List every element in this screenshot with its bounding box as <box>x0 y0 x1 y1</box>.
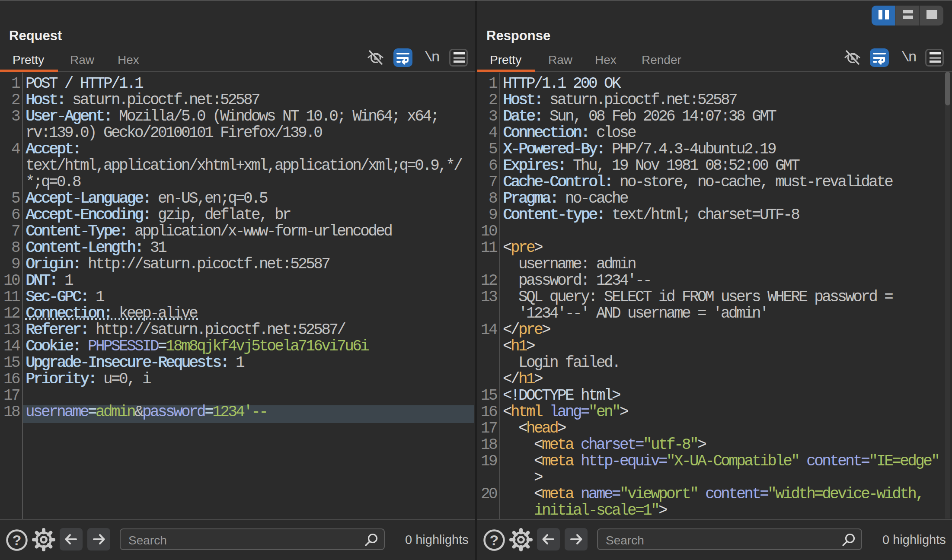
svg-text:?: ? <box>490 532 499 548</box>
svg-text:?: ? <box>13 532 22 548</box>
